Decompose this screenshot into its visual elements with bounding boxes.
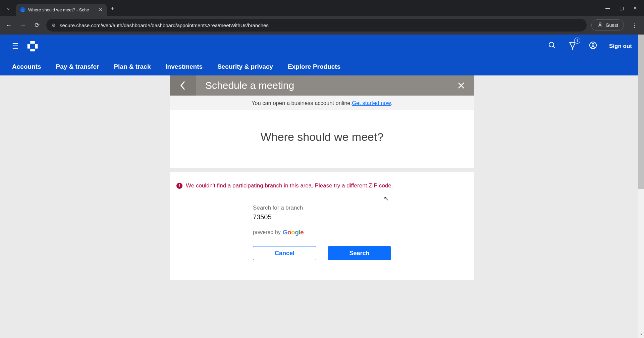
back-button[interactable]: ← [4,22,13,29]
new-tab-button[interactable]: + [111,5,114,12]
button-row: Cancel Search [253,246,391,260]
menu-icon[interactable]: ☰ [12,42,19,51]
forward-button[interactable]: → [18,22,28,29]
tab-title: Where should we meet? - Sche [28,7,96,12]
nav-pay-transfer[interactable]: Pay & transfer [56,63,99,70]
error-text: We couldn't find a participating branch … [186,182,393,189]
chase-favicon: ◷ [20,7,25,12]
svg-rect-4 [28,44,30,49]
svg-line-6 [553,46,555,48]
powered-by-prefix: powered by [253,229,281,235]
heading-card: Where should we meet? [170,110,474,168]
maximize-icon[interactable]: ▢ [620,5,624,11]
window-controls: ― ▢ ✕ [605,5,641,11]
branch-search-form: Search for a branch powered by Google Ca… [253,205,391,260]
search-button[interactable]: Search [328,246,391,260]
guest-label: Guest [606,22,618,28]
search-icon[interactable] [548,41,556,51]
profile-icon [597,22,603,29]
svg-point-0 [599,23,601,25]
powered-by-google: powered by Google [253,229,391,236]
address-bar[interactable]: ⚙ secure.chase.com/web/auth/dashboard#/d… [46,19,587,32]
browser-tab[interactable]: ◷ Where should we meet? - Sche ✕ [16,4,107,16]
search-card: ! We couldn't find a participating branc… [170,172,474,280]
page-heading: Where should we meet? [170,130,474,144]
main-nav: Accounts Pay & transfer Plan & track Inv… [0,58,644,75]
close-window-icon[interactable]: ✕ [633,5,637,11]
scrollbar-thumb[interactable] [638,35,644,189]
notification-badge: 1 [574,38,580,44]
svg-point-5 [549,42,554,47]
page-content: ☰ 1 Sign out Accounts Pay & transfer Pla… [0,35,644,338]
browser-menu-icon[interactable]: ⋮ [629,21,640,29]
minimize-icon[interactable]: ― [605,5,610,11]
chase-logo [27,41,38,52]
get-started-link[interactable]: Get started now [352,100,391,106]
branch-search-label: Search for a branch [253,205,391,211]
card-gap [170,168,474,172]
page-scrollbar[interactable]: ▴ ▾ [638,35,644,338]
svg-rect-2 [35,44,38,49]
svg-rect-3 [30,49,35,52]
browser-tab-strip: ⌄ ◷ Where should we meet? - Sche ✕ + ― ▢… [0,0,644,16]
account-icon[interactable] [589,41,597,51]
site-info-icon[interactable]: ⚙ [52,23,56,28]
svg-rect-1 [30,41,35,44]
nav-explore-products[interactable]: Explore Products [288,63,340,70]
branch-search-input[interactable] [253,213,391,223]
error-icon: ! [176,183,182,189]
scroll-down-icon[interactable]: ▾ [638,332,644,338]
url-text: secure.chase.com/web/auth/dashboard#/das… [60,22,269,28]
nav-security-privacy[interactable]: Security & privacy [217,63,273,70]
modal-close-button[interactable] [448,75,474,96]
svg-point-9 [592,43,594,45]
close-tab-icon[interactable]: ✕ [99,7,103,12]
schedule-meeting-panel: Schedule a meeting You can open a busine… [170,75,474,280]
sign-out-link[interactable]: Sign out [609,43,632,50]
modal-header: Schedule a meeting [170,75,474,96]
google-logo: Google [283,229,304,236]
browser-toolbar: ← → ⟳ ⚙ secure.chase.com/web/auth/dashbo… [0,16,644,35]
notifications-icon[interactable]: 1 [568,41,577,52]
nav-investments[interactable]: Investments [165,63,203,70]
nav-accounts[interactable]: Accounts [12,63,41,70]
profile-guest-button[interactable]: Guest [591,19,624,31]
cancel-button[interactable]: Cancel [253,246,316,260]
modal-back-button[interactable] [170,75,196,96]
tab-list-dropdown[interactable]: ⌄ [3,3,13,13]
modal-title: Schedule a meeting [196,80,448,91]
chase-header: ☰ 1 Sign out [0,35,644,58]
info-banner: You can open a business account online. … [170,96,474,110]
banner-text: You can open a business account online. [252,100,352,106]
nav-plan-track[interactable]: Plan & track [114,63,151,70]
reload-button[interactable]: ⟳ [32,21,42,29]
error-message: ! We couldn't find a participating branc… [176,182,468,189]
